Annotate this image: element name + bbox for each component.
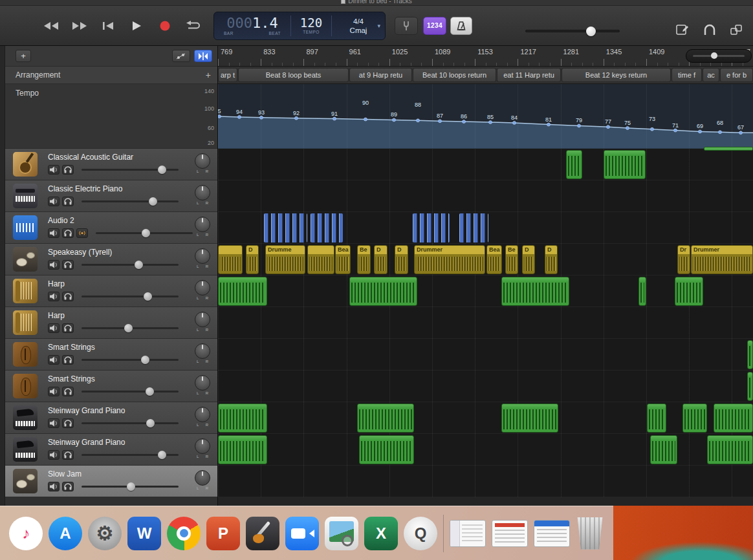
audio-region[interactable] <box>264 213 307 242</box>
arrangement-marker[interactable]: arp t <box>218 68 237 82</box>
track-lane[interactable] <box>218 275 753 307</box>
arrangement-marker[interactable]: eat 11 Harp retu <box>497 68 561 82</box>
volume-knob[interactable] <box>144 292 152 301</box>
word-dock-icon[interactable]: W <box>127 517 161 550</box>
pan-knob[interactable] <box>195 407 210 422</box>
app-store-dock-icon[interactable]: A <box>49 517 82 550</box>
tempo-lane[interactable]: 5949392919089888786858481797775737169686… <box>218 84 753 149</box>
powerpoint-dock-icon[interactable]: P <box>206 517 240 550</box>
midi-region[interactable] <box>218 404 267 433</box>
drummer-region[interactable]: Be <box>505 245 518 274</box>
garageband-dock-icon[interactable] <box>246 517 279 550</box>
clipped-region-sliver[interactable] <box>704 147 753 151</box>
volume-slider[interactable] <box>96 228 193 238</box>
mute-button[interactable] <box>48 292 60 301</box>
midi-region[interactable] <box>747 372 753 401</box>
drummer-region[interactable]: Bea <box>335 245 351 274</box>
volume-slider[interactable] <box>82 323 179 333</box>
quicktime-dock-icon[interactable]: Q <box>404 517 437 550</box>
volume-slider[interactable] <box>82 260 179 270</box>
tempo-track-header[interactable]: Tempo 1401006020 <box>5 84 217 149</box>
pan-control[interactable]: LR <box>194 217 211 240</box>
metronome-button[interactable] <box>450 17 472 35</box>
volume-knob[interactable] <box>135 261 143 269</box>
play-button[interactable] <box>124 16 149 36</box>
pan-control[interactable]: LR <box>194 312 211 335</box>
volume-knob[interactable] <box>158 451 166 459</box>
volume-slider[interactable] <box>82 292 179 301</box>
midi-region[interactable] <box>501 277 569 306</box>
pan-control[interactable]: LR <box>194 343 211 367</box>
pan-knob[interactable] <box>195 217 210 232</box>
track-lane[interactable] <box>218 402 753 434</box>
pan-knob[interactable] <box>195 470 210 486</box>
system-settings-dock-icon[interactable]: ⚙ <box>88 517 122 550</box>
drummer-region[interactable]: Bea <box>486 245 502 274</box>
track-header-harp-6[interactable]: HarpLR <box>5 307 217 339</box>
track-header-steinway-grand-piano-9[interactable]: Steinway Grand PianoLR <box>5 402 217 434</box>
drummer-region[interactable] <box>218 245 243 274</box>
mute-button[interactable] <box>48 418 60 428</box>
midi-region[interactable] <box>650 435 677 464</box>
midi-region[interactable] <box>682 404 707 433</box>
track-header-audio-2-3[interactable]: Audio 2LR <box>5 212 217 244</box>
fast-forward-button[interactable] <box>67 16 92 36</box>
pan-control[interactable]: LR <box>194 438 211 462</box>
lcd-display[interactable]: 0001.4 BARBEAT 120 TEMPO 4/4 Cmaj ▾ <box>213 12 386 40</box>
pan-control[interactable]: LR <box>194 280 211 303</box>
go-to-beginning-button[interactable] <box>96 16 120 36</box>
audio-region[interactable] <box>311 213 343 242</box>
midi-region[interactable] <box>349 277 417 306</box>
window-titlebar[interactable]: Dinner to bed - Tracks <box>0 0 753 6</box>
midi-region[interactable] <box>707 435 753 464</box>
drummer-region[interactable]: D <box>395 245 408 274</box>
midi-region[interactable] <box>638 277 646 306</box>
catch-playhead-button[interactable] <box>194 50 212 62</box>
mute-button[interactable] <box>48 323 60 333</box>
solo-button[interactable] <box>62 292 74 301</box>
volume-knob[interactable] <box>141 356 149 364</box>
track-header-harp-5[interactable]: HarpLR <box>5 275 217 307</box>
audio-region[interactable] <box>413 213 450 242</box>
mute-button[interactable] <box>48 260 60 270</box>
volume-slider[interactable] <box>82 450 179 460</box>
volume-knob[interactable] <box>124 324 133 332</box>
pan-knob[interactable] <box>195 153 210 169</box>
pan-knob[interactable] <box>195 280 210 296</box>
track-lane[interactable] <box>218 180 753 212</box>
volume-slider[interactable] <box>82 355 179 365</box>
midi-region[interactable] <box>714 404 753 433</box>
solo-button[interactable] <box>62 165 74 175</box>
mute-button[interactable] <box>48 197 60 206</box>
mute-button[interactable] <box>48 228 60 238</box>
solo-button[interactable] <box>62 418 74 428</box>
notepad-button[interactable] <box>673 21 692 38</box>
arrangement-marker[interactable]: Beat 8 loop beats <box>238 68 349 82</box>
volume-knob[interactable] <box>142 229 150 237</box>
volume-slider[interactable] <box>82 197 179 206</box>
zoom-dock-icon[interactable] <box>285 517 319 550</box>
loop-browser-button[interactable] <box>700 21 719 38</box>
solo-button[interactable] <box>62 323 74 333</box>
document-thumbnail-1[interactable] <box>492 520 528 547</box>
solo-button[interactable] <box>62 355 74 365</box>
track-lane[interactable] <box>218 339 753 371</box>
solo-button[interactable] <box>62 260 74 270</box>
cycle-button[interactable] <box>181 16 206 36</box>
pan-knob[interactable] <box>195 185 210 200</box>
rewind-button[interactable] <box>39 16 63 36</box>
record-button[interactable] <box>153 16 177 36</box>
mute-button[interactable] <box>48 482 60 491</box>
midi-region[interactable] <box>647 404 666 433</box>
volume-knob[interactable] <box>146 387 154 396</box>
track-header-steinway-grand-piano-10[interactable]: Steinway Grand PianoLR <box>5 434 217 466</box>
preview-dock-icon[interactable] <box>325 517 358 550</box>
arrangement-marker[interactable]: e for b <box>720 68 753 82</box>
midi-region[interactable] <box>501 404 558 433</box>
bar-ruler[interactable]: 7698338979611025108911531217128113451409… <box>218 46 753 67</box>
drummer-region[interactable]: Dr <box>677 245 690 274</box>
mute-button[interactable] <box>48 165 60 175</box>
drummer-region[interactable]: Be <box>357 245 371 274</box>
pan-control[interactable]: LR <box>194 375 211 398</box>
drummer-region[interactable]: Drummer <box>691 245 753 274</box>
